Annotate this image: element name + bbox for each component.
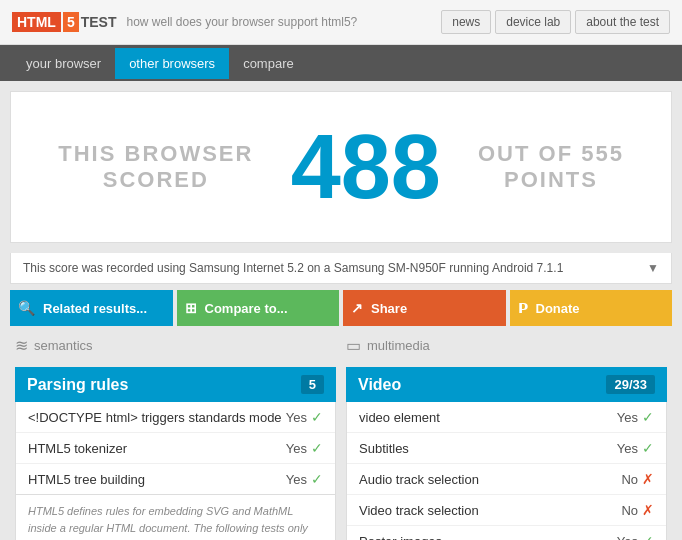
table-row: video element Yes ✓: [347, 402, 666, 433]
check-icon: ✓: [642, 533, 654, 540]
table-row: HTML5 tokenizer Yes ✓: [16, 433, 335, 464]
table-row: Video track selection No ✗: [347, 495, 666, 526]
parsing-rules-rows: <!DOCTYPE html> triggers standards mode …: [15, 402, 336, 495]
check-icon: ✓: [311, 440, 323, 456]
compare-tab[interactable]: compare: [229, 48, 308, 79]
left-section-meta: ≋ semantics: [15, 332, 336, 359]
parsing-rules-score: 5: [301, 375, 324, 394]
video-rows: video element Yes ✓ Subtitles Yes ✓ Audi…: [346, 402, 667, 540]
row-status: Yes ✓: [617, 533, 654, 540]
video-header: Video 29/33: [346, 367, 667, 402]
top-nav: your browser other browsers compare: [0, 45, 682, 81]
row-status: Yes ✓: [286, 440, 323, 456]
row-status: No ✗: [621, 471, 654, 487]
row-status: Yes ✓: [617, 409, 654, 425]
site-header: HTML5 TEST how well does your browser su…: [0, 0, 682, 45]
video-block: Video 29/33 video element Yes ✓ Subtitle…: [346, 367, 667, 540]
compare-icon: ⊞: [185, 300, 197, 316]
about-test-button[interactable]: about the test: [575, 10, 670, 34]
score-number: 488: [291, 122, 441, 212]
cross-icon: ✗: [642, 502, 654, 518]
dropdown-arrow-icon[interactable]: ▼: [647, 261, 659, 275]
search-icon: 🔍: [18, 300, 35, 316]
device-lab-button[interactable]: device lab: [495, 10, 571, 34]
right-section-meta: ▭ multimedia: [346, 332, 667, 359]
row-label: Subtitles: [359, 441, 409, 456]
video-title: Video: [358, 376, 401, 394]
left-column: ≋ semantics Parsing rules 5 <!DOCTYPE ht…: [10, 332, 341, 540]
logo: HTML5 TEST: [12, 12, 116, 32]
logo-test: TEST: [81, 14, 117, 30]
action-bar: 🔍 Related results... ⊞ Compare to... ↗ S…: [10, 290, 672, 326]
check-icon: ✓: [311, 409, 323, 425]
semantics-icon: ≋: [15, 336, 28, 355]
info-bar-text: This score was recorded using Samsung In…: [23, 261, 563, 275]
tagline: how well does your browser support html5…: [126, 15, 357, 29]
table-row: Poster images Yes ✓: [347, 526, 666, 540]
logo-html: HTML: [12, 12, 61, 32]
row-status: Yes ✓: [286, 409, 323, 425]
parsing-rules-block: Parsing rules 5 <!DOCTYPE html> triggers…: [15, 367, 336, 540]
row-label: HTML5 tree building: [28, 472, 145, 487]
right-nav: news device lab about the test: [441, 10, 670, 34]
row-label: Video track selection: [359, 503, 479, 518]
left-section-label: semantics: [34, 338, 93, 353]
right-section-label: multimedia: [367, 338, 430, 353]
compare-button[interactable]: ⊞ Compare to...: [177, 290, 340, 326]
paypal-icon: 𝗣: [518, 300, 528, 316]
score-suffix: OUT OF 555 POINTS: [451, 141, 651, 193]
table-row: HTML5 tree building Yes ✓: [16, 464, 335, 494]
your-browser-tab[interactable]: your browser: [12, 48, 115, 79]
info-bar: This score was recorded using Samsung In…: [10, 253, 672, 284]
check-icon: ✓: [311, 471, 323, 487]
check-icon: ✓: [642, 440, 654, 456]
row-status: Yes ✓: [617, 440, 654, 456]
news-button[interactable]: news: [441, 10, 491, 34]
cross-icon: ✗: [642, 471, 654, 487]
check-icon: ✓: [642, 409, 654, 425]
table-row: Subtitles Yes ✓: [347, 433, 666, 464]
row-status: Yes ✓: [286, 471, 323, 487]
donate-button[interactable]: 𝗣 Donate: [510, 290, 673, 326]
row-status: No ✗: [621, 502, 654, 518]
compare-label: Compare to...: [205, 301, 288, 316]
share-icon: ↗: [351, 300, 363, 316]
row-label: Audio track selection: [359, 472, 479, 487]
table-row: Audio track selection No ✗: [347, 464, 666, 495]
parsing-rules-title: Parsing rules: [27, 376, 128, 394]
row-label: HTML5 tokenizer: [28, 441, 127, 456]
row-label: video element: [359, 410, 440, 425]
score-row: THIS BROWSER SCORED 488 OUT OF 555 POINT…: [31, 122, 651, 212]
row-label: Poster images: [359, 534, 442, 541]
donate-label: Donate: [536, 301, 580, 316]
content-area: ≋ semantics Parsing rules 5 <!DOCTYPE ht…: [10, 332, 672, 540]
share-label: Share: [371, 301, 407, 316]
multimedia-icon: ▭: [346, 336, 361, 355]
share-button[interactable]: ↗ Share: [343, 290, 506, 326]
parsing-rules-note: HTML5 defines rules for embedding SVG an…: [15, 495, 336, 540]
logo-five: 5: [63, 12, 79, 32]
logo-area: HTML5 TEST how well does your browser su…: [12, 12, 357, 32]
right-column: ▭ multimedia Video 29/33 video element Y…: [341, 332, 672, 540]
other-browsers-tab[interactable]: other browsers: [115, 48, 229, 79]
row-label: <!DOCTYPE html> triggers standards mode: [28, 410, 282, 425]
search-button[interactable]: 🔍 Related results...: [10, 290, 173, 326]
search-label: Related results...: [43, 301, 147, 316]
score-section: THIS BROWSER SCORED 488 OUT OF 555 POINT…: [10, 91, 672, 243]
video-score: 29/33: [606, 375, 655, 394]
table-row: <!DOCTYPE html> triggers standards mode …: [16, 402, 335, 433]
score-prefix: THIS BROWSER SCORED: [31, 141, 281, 193]
parsing-rules-header: Parsing rules 5: [15, 367, 336, 402]
